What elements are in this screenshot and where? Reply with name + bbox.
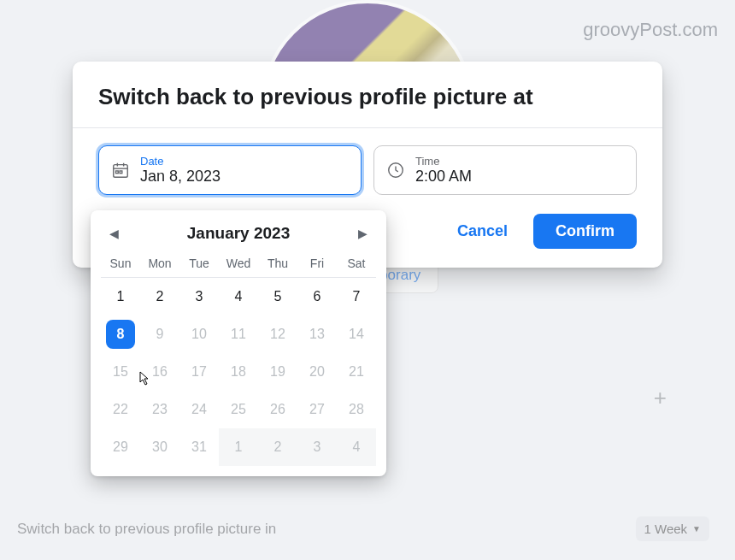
next-month-button[interactable]: ▶ xyxy=(358,227,368,240)
confirm-button[interactable]: Confirm xyxy=(533,214,637,249)
plus-icon: + xyxy=(654,385,667,411)
calendar-day[interactable]: 7 xyxy=(337,278,376,315)
calendar-day: 12 xyxy=(258,315,297,353)
duration-dropdown[interactable]: 1 Week ▼ xyxy=(636,516,710,541)
duration-dropdown-label: 1 Week xyxy=(644,522,688,536)
clock-icon xyxy=(386,161,405,180)
calendar-weekday-header: Mon xyxy=(140,251,179,278)
calendar-day[interactable]: 6 xyxy=(297,278,337,315)
calendar-day[interactable]: 2 xyxy=(140,278,179,315)
time-field-label: Time xyxy=(415,155,472,168)
calendar-day: 29 xyxy=(101,428,140,466)
calendar-day: 20 xyxy=(297,353,337,391)
date-picker-popover: ◀ January 2023 ▶ SunMonTueWedThuFriSat 1… xyxy=(91,210,386,476)
datetime-fields: Date Jan 8, 2023 Time 2:00 AM xyxy=(73,128,662,210)
calendar-month-label: January 2023 xyxy=(187,224,290,243)
calendar-day: 4 xyxy=(337,428,376,466)
calendar-icon xyxy=(111,161,130,180)
calendar-weekday-header: Fri xyxy=(297,251,337,278)
cancel-button[interactable]: Cancel xyxy=(444,214,521,249)
calendar-day[interactable]: 5 xyxy=(258,278,297,315)
calendar-day: 9 xyxy=(140,315,179,353)
calendar-day: 25 xyxy=(219,391,258,428)
calendar-day: 24 xyxy=(179,391,219,428)
date-field[interactable]: Date Jan 8, 2023 xyxy=(98,145,362,195)
calendar-day: 31 xyxy=(179,428,219,466)
calendar-day[interactable]: 1 xyxy=(101,278,140,315)
calendar-day: 27 xyxy=(297,391,337,428)
calendar-day: 2 xyxy=(258,428,297,466)
calendar-day: 28 xyxy=(337,391,376,428)
svg-rect-2 xyxy=(116,171,119,174)
calendar-day[interactable]: 3 xyxy=(179,278,219,315)
calendar-day: 30 xyxy=(140,428,179,466)
calendar-day: 10 xyxy=(179,315,219,353)
calendar-day: 11 xyxy=(219,315,258,353)
calendar-day: 26 xyxy=(258,391,297,428)
calendar-day: 16 xyxy=(140,353,179,391)
calendar-day: 19 xyxy=(258,353,297,391)
calendar-day[interactable]: 4 xyxy=(219,278,258,315)
calendar-day: 22 xyxy=(101,391,140,428)
calendar-day: 15 xyxy=(101,353,140,391)
calendar-weekday-header: Wed xyxy=(219,251,258,278)
time-field[interactable]: Time 2:00 AM xyxy=(373,145,637,195)
prev-month-button[interactable]: ◀ xyxy=(109,227,119,240)
svg-rect-3 xyxy=(120,171,122,174)
calendar-weekday-header: Sun xyxy=(101,251,140,278)
calendar-day: 23 xyxy=(140,391,179,428)
calendar-weekday-header: Tue xyxy=(179,251,219,278)
calendar-day: 1 xyxy=(219,428,258,466)
date-field-label: Date xyxy=(140,155,220,168)
calendar-day: 13 xyxy=(297,315,337,353)
dialog-title: Switch back to previous profile picture … xyxy=(73,62,662,128)
calendar-day: 14 xyxy=(337,315,376,353)
calendar-weekday-header: Sat xyxy=(337,251,376,278)
calendar-day: 17 xyxy=(179,353,219,391)
calendar-day: 3 xyxy=(297,428,337,466)
calendar-grid: SunMonTueWedThuFriSat 123456789101112131… xyxy=(101,251,376,466)
calendar-weekday-header: Thu xyxy=(258,251,297,278)
calendar-day: 18 xyxy=(219,353,258,391)
time-field-value: 2:00 AM xyxy=(415,168,472,186)
calendar-day: 21 xyxy=(337,353,376,391)
caret-down-icon: ▼ xyxy=(692,524,701,533)
calendar-day[interactable]: 8 xyxy=(101,315,140,353)
switch-back-caption: Switch back to previous profile picture … xyxy=(17,521,276,538)
watermark-text: groovyPost.com xyxy=(583,19,718,41)
date-field-value: Jan 8, 2023 xyxy=(140,168,220,186)
